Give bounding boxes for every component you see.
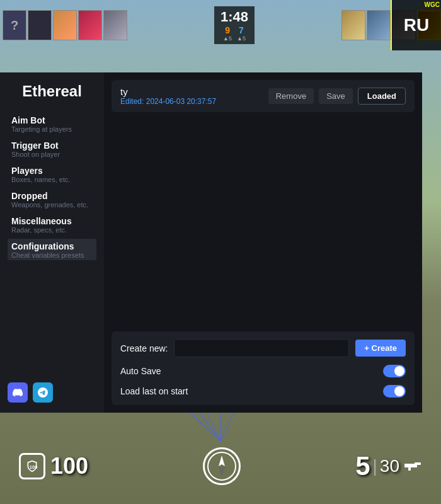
sidebar-label-misc: Miscellaneous [11,216,93,226]
sidebar: Ethereal Aim Bot Targeting at players Tr… [0,72,104,413]
telegram-icon [38,387,48,398]
loaded-button[interactable]: Loaded [358,88,406,105]
top-hud: ? 1:48 9 ▲5 7 ▲5 WGC RU [0,0,441,50]
avatar-3 [78,10,102,40]
cheat-brand: RU [404,15,429,35]
sidebar-title: Ethereal [8,83,96,100]
loadlast-row: Load last on start [120,385,406,398]
config-name: ty [120,86,216,97]
ammo-reserve: 30 [380,456,399,476]
sidebar-label-dropped: Dropped [11,191,93,201]
avatar-6 [367,10,391,40]
sidebar-desc-configs: Cheat variables presets [11,251,93,259]
team1-score: 9 ▲5 [223,25,232,42]
create-row: Create new: + Create [120,339,406,357]
cheat-watermark: WGC RU [391,0,441,50]
ammo-display: 5 | 30 [355,451,422,481]
config-entry-right: Remove Save Loaded [268,88,406,105]
avatar-1 [28,10,52,40]
svg-text:100: 100 [30,464,38,470]
compass-icon [206,450,238,482]
sidebar-desc-players: Boxes, names, etc. [11,176,93,183]
autosave-row: Auto Save [120,365,406,377]
sidebar-desc-aimbot: Targeting at players [11,125,93,133]
sidebar-item-misc[interactable]: Miscellaneous Radar, specs, etc. [8,214,96,235]
config-entry-left: ty Edited: 2024-06-03 20:37:57 [120,86,216,106]
score-display: 9 ▲5 7 ▲5 [220,25,248,42]
avatar-4 [103,10,127,40]
loadlast-toggle[interactable] [383,385,406,398]
health-icon: 100 [19,453,45,479]
avatar-0: ? [3,10,26,40]
avatar-5 [341,10,365,40]
sidebar-label-aimbot: Aim Bot [11,115,93,125]
hud-timer: 1:48 9 ▲5 7 ▲5 [214,6,255,44]
main-content: ty Edited: 2024-06-03 20:37:57 Remove Sa… [104,72,422,413]
content-spacer [112,120,415,331]
sidebar-item-triggerbot[interactable]: Trigger Bot Shoot on player [8,138,96,159]
create-input[interactable] [174,339,349,357]
ammo-main: 5 [355,451,370,481]
sidebar-item-players[interactable]: Players Boxes, names, etc. [8,163,96,185]
sidebar-item-dropped[interactable]: Dropped Weapons, grenades, etc. [8,188,96,210]
svg-rect-10 [415,462,421,465]
health-display: 100 100 [19,453,88,479]
game-time: 1:48 [220,9,248,25]
shield-icon: 100 [26,460,38,472]
edited-date-value: 2024-06-03 20:37:57 [146,97,216,106]
telegram-button[interactable] [33,382,53,403]
sidebar-desc-triggerbot: Shoot on player [11,151,93,158]
hud-left-avatars: ? [3,10,127,40]
weapon-icon [404,457,422,475]
sidebar-item-configs[interactable]: Configurations Cheat variables presets [8,239,96,260]
svg-rect-11 [408,467,411,471]
cheat-label: WGC [425,1,440,8]
sidebar-bottom-icons [8,376,96,403]
health-value: 100 [50,453,88,479]
svg-marker-8 [219,466,225,477]
sidebar-label-players: Players [11,166,93,176]
gun-icon [404,460,422,471]
sidebar-desc-misc: Radar, specs, etc. [11,226,93,234]
cheat-panel: Ethereal Aim Bot Targeting at players Tr… [0,72,422,413]
sidebar-item-aimbot[interactable]: Aim Bot Targeting at players [8,113,96,134]
create-label: Create new: [120,343,168,353]
bottom-controls: Create new: + Create Auto Save Load last… [112,331,415,405]
avatar-2 [53,10,77,40]
team2-score: 7 ▲5 [237,25,246,42]
sidebar-label-configs: Configurations [11,241,93,251]
config-entry: ty Edited: 2024-06-03 20:37:57 Remove Sa… [112,80,415,112]
discord-button[interactable] [8,382,28,403]
edited-label: Edited: [120,97,144,106]
discord-icon [13,387,23,398]
config-edited-date: Edited: 2024-06-03 20:37:57 [120,97,216,106]
sidebar-desc-dropped: Weapons, grenades, etc. [11,201,93,209]
autosave-label: Auto Save [120,366,161,376]
ammo-divider: | [373,456,377,476]
bottom-hud: 100 100 5 | 30 [0,428,441,504]
compass [203,447,241,485]
autosave-toggle[interactable] [383,365,406,377]
save-button[interactable]: Save [319,88,353,104]
sidebar-label-triggerbot: Trigger Bot [11,140,93,151]
loadlast-label: Load last on start [120,386,188,396]
create-button[interactable]: + Create [355,340,406,357]
svg-marker-7 [219,455,225,466]
remove-button[interactable]: Remove [268,88,314,104]
